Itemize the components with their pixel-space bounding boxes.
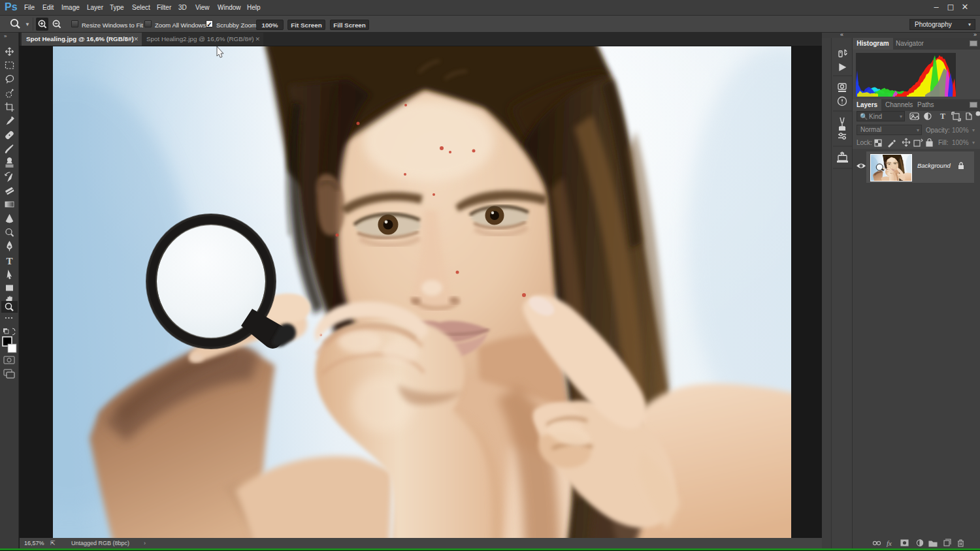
svg-text:fx: fx	[887, 539, 892, 547]
svg-text:T: T	[940, 112, 945, 121]
svg-text:T: T	[6, 256, 12, 266]
